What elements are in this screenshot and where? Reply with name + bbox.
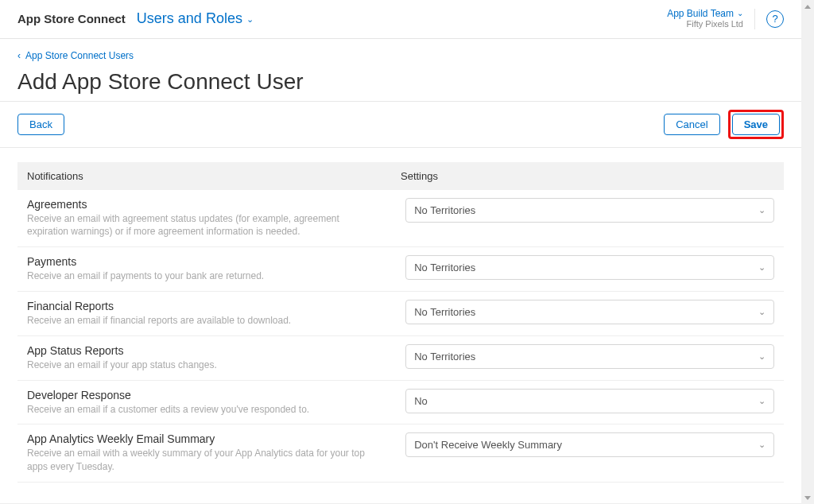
row-title: Financial Reports <box>27 300 372 312</box>
row-description: Receive an email with agreement status u… <box>27 212 372 239</box>
column-header-settings: Settings <box>401 170 774 182</box>
select-value: No Territories <box>414 351 475 362</box>
team-selector[interactable]: App Build Team ⌄ Fifty Pixels Ltd <box>667 8 743 30</box>
back-button[interactable]: Back <box>17 114 64 135</box>
select-value: No <box>414 395 428 407</box>
team-org-label: Fifty Pixels Ltd <box>667 19 743 29</box>
table-row: Developer Response Receive an email if a… <box>17 381 784 425</box>
chevron-left-icon: ‹ <box>17 50 21 61</box>
triangle-up-icon <box>804 5 811 9</box>
row-title: App Analytics Weekly Email Summary <box>27 432 372 445</box>
territory-select[interactable]: No Territories ⌄ <box>405 198 774 223</box>
help-icon: ? <box>772 13 777 25</box>
table-row: App Status Reports Receive an email if y… <box>17 336 784 381</box>
row-description: Receive an email if payments to your ban… <box>27 269 372 283</box>
chevron-down-icon: ⌄ <box>758 307 766 317</box>
breadcrumb-back-link[interactable]: ‹ App Store Connect Users <box>17 50 784 61</box>
header-left: App Store Connect Users and Roles ⌄ <box>17 10 254 27</box>
help-button[interactable]: ? <box>766 10 784 28</box>
table-row: Payments Receive an email if payments to… <box>17 247 784 292</box>
table-row: App Analytics Weekly Email Summary Recei… <box>17 425 784 483</box>
subheader: ‹ App Store Connect Users Add App Store … <box>0 39 801 101</box>
territory-select[interactable]: No Territories ⌄ <box>405 300 774 324</box>
developer-response-select[interactable]: No ⌄ <box>405 389 774 413</box>
global-header: App Store Connect Users and Roles ⌄ App … <box>0 0 801 39</box>
chevron-down-icon: ⌄ <box>246 14 254 25</box>
table-header-row: Notifications Settings <box>17 162 784 190</box>
save-highlight: Save <box>728 110 784 139</box>
save-button[interactable]: Save <box>732 114 780 135</box>
breadcrumb-label: App Store Connect Users <box>25 50 134 61</box>
row-title: Developer Response <box>27 389 372 401</box>
row-description: Receive an email if financial reports ar… <box>27 314 372 328</box>
section-dropdown-label: Users and Roles <box>137 10 242 27</box>
chevron-down-icon: ⌄ <box>758 351 766 362</box>
section-dropdown[interactable]: Users and Roles ⌄ <box>137 10 254 27</box>
chevron-down-icon: ⌄ <box>758 205 766 215</box>
row-title: Payments <box>27 255 372 268</box>
triangle-down-icon <box>804 496 811 500</box>
select-value: No Territories <box>414 306 475 318</box>
select-value: No Territories <box>414 262 475 273</box>
table-row: Agreements Receive an email with agreeme… <box>17 190 784 248</box>
app-title: App Store Connect <box>17 12 126 25</box>
cancel-button[interactable]: Cancel <box>664 114 719 135</box>
scroll-up-button[interactable] <box>801 0 814 13</box>
scroll-down-button[interactable] <box>801 491 814 504</box>
chevron-down-icon: ⌄ <box>758 440 766 450</box>
chevron-down-icon: ⌄ <box>737 9 743 18</box>
column-header-notifications: Notifications <box>27 170 401 182</box>
team-name-label: App Build Team <box>667 8 734 19</box>
vertical-scrollbar[interactable] <box>801 0 814 504</box>
header-right: App Build Team ⌄ Fifty Pixels Ltd ? <box>667 8 784 30</box>
select-value: Don't Receive Weekly Summary <box>414 439 562 451</box>
analytics-summary-select[interactable]: Don't Receive Weekly Summary ⌄ <box>405 432 774 457</box>
territory-select[interactable]: No Territories ⌄ <box>405 255 774 280</box>
chevron-down-icon: ⌄ <box>758 396 766 406</box>
toolbar: Back Cancel Save <box>0 101 801 148</box>
page-title: Add App Store Connect User <box>17 69 784 95</box>
divider <box>754 9 755 29</box>
chevron-down-icon: ⌄ <box>758 262 766 273</box>
select-value: No Territories <box>414 204 475 216</box>
territory-select[interactable]: No Territories ⌄ <box>405 344 774 369</box>
row-description: Receive an email if your app status chan… <box>27 359 372 372</box>
row-title: App Status Reports <box>27 344 372 357</box>
notifications-table: Notifications Settings Agreements Receiv… <box>0 148 801 483</box>
row-description: Receive an email with a weekly summary o… <box>27 447 372 474</box>
table-row: Financial Reports Receive an email if fi… <box>17 292 784 336</box>
row-description: Receive an email if a customer edits a r… <box>27 403 372 417</box>
row-title: Agreements <box>27 198 372 211</box>
